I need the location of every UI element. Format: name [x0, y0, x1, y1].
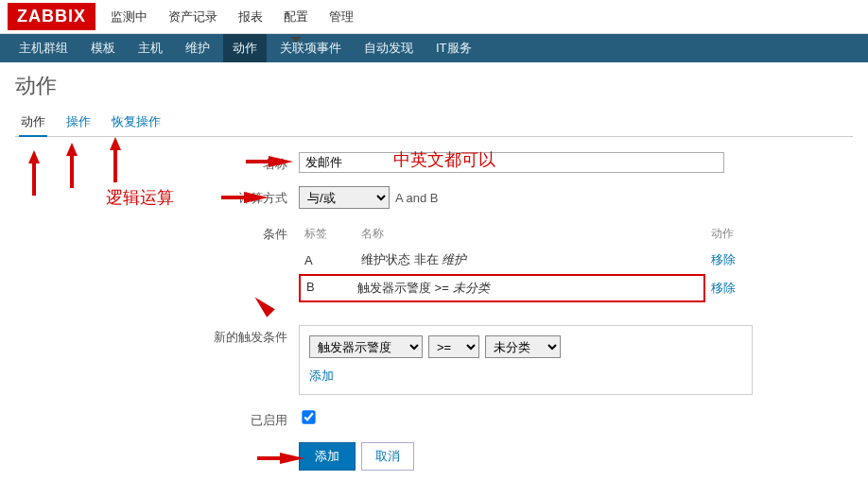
top-nav: 监测中资产记录报表配置管理 — [103, 1, 361, 33]
remove-link[interactable]: 移除 — [711, 281, 736, 295]
name-input[interactable] — [299, 152, 724, 173]
cancel-button[interactable]: 取消 — [361, 442, 414, 471]
remove-link[interactable]: 移除 — [711, 252, 736, 266]
topnav-item[interactable]: 监测中 — [103, 1, 155, 33]
table-row: A维护状态 非在 维护移除 — [299, 246, 753, 274]
subnav-item[interactable]: 维护 — [176, 34, 219, 62]
tab[interactable]: 动作 — [19, 108, 47, 136]
cond-th-name: 名称 — [356, 222, 705, 246]
subnav-item[interactable]: 主机 — [129, 34, 172, 62]
cond-name: 触发器示警度 >= 未分类 — [357, 280, 490, 297]
tab[interactable]: 操作 — [64, 108, 93, 136]
subnav-item[interactable]: 关联项事件 — [270, 34, 351, 62]
topnav-item[interactable]: 管理 — [321, 1, 361, 33]
tabs: 动作操作恢复操作 — [15, 108, 853, 137]
calc-label: 计算方式 — [15, 186, 299, 207]
cond-tag: A — [299, 246, 356, 274]
table-row: B触发器示警度 >= 未分类移除 — [299, 274, 753, 302]
calc-expr: A and B — [395, 191, 439, 205]
calc-select[interactable]: 与/或 — [299, 186, 390, 209]
enabled-checkbox[interactable] — [302, 410, 315, 423]
cond-tag: B — [306, 280, 357, 297]
topnav-item[interactable]: 资产记录 — [161, 1, 225, 33]
cond-label: 条件 — [15, 222, 299, 243]
cond-th-tag: 标签 — [299, 222, 356, 246]
subnav-item[interactable]: 主机群组 — [9, 34, 78, 62]
subnav-item[interactable]: 自动发现 — [355, 34, 423, 62]
enabled-label: 已启用 — [15, 408, 299, 429]
cond-name: 维护状态 非在 维护 — [356, 246, 705, 274]
name-label: 名称 — [15, 152, 299, 173]
logo: ZABBIX — [8, 3, 95, 30]
new-cond-op-select[interactable]: >= — [428, 335, 479, 358]
new-cond-label: 新的触发条件 — [15, 325, 299, 346]
tab[interactable]: 恢复操作 — [110, 108, 163, 136]
subnav-item[interactable]: IT服务 — [426, 34, 481, 62]
add-condition-link[interactable]: 添加 — [309, 369, 334, 383]
topnav-item[interactable]: 报表 — [231, 1, 270, 33]
topnav-item[interactable]: 配置 — [276, 1, 316, 33]
new-cond-type-select[interactable]: 触发器示警度 — [309, 335, 423, 358]
sub-nav: 主机群组模板主机维护动作关联项事件自动发现IT服务 — [0, 34, 868, 62]
cond-th-action: 动作 — [705, 222, 753, 246]
subnav-item[interactable]: 模板 — [81, 34, 125, 62]
conditions-table: 标签 名称 动作 A维护状态 非在 维护移除B触发器示警度 >= 未分类移除 — [299, 222, 753, 302]
subnav-item[interactable]: 动作 — [223, 34, 267, 62]
new-cond-value-select[interactable]: 未分类 — [485, 335, 561, 358]
page-title: 动作 — [15, 72, 853, 100]
submit-button[interactable]: 添加 — [299, 442, 356, 471]
